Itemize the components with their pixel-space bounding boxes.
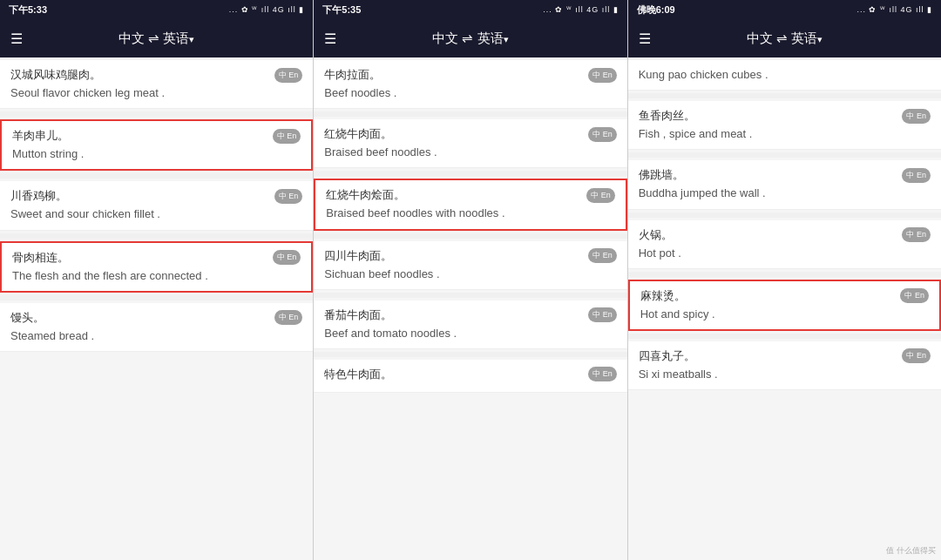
lang-badge: 中 En xyxy=(900,288,929,303)
status-time: 佛晚6:09 xyxy=(637,3,675,17)
lang-badge: 中 En xyxy=(273,129,301,144)
translation-item[interactable]: 羊肉串儿。 中 En Mutton string . xyxy=(0,119,313,171)
item-header: 四川牛肉面。 中 En xyxy=(324,248,616,264)
chinese-text: 羊肉串儿。 xyxy=(12,128,69,144)
english-text: Steamed bread . xyxy=(10,328,302,344)
item-header: 红烧牛肉烩面。 中 En xyxy=(326,187,614,203)
chinese-text: 麻辣烫。 xyxy=(640,288,686,304)
chinese-text: 牛肉拉面。 xyxy=(324,67,381,83)
translation-item[interactable]: 鱼香肉丝。 中 En Fish , spice and meat . xyxy=(628,101,941,150)
lang-badge: 中 En xyxy=(588,367,617,381)
english-text: Mutton string . xyxy=(12,146,301,162)
translation-item[interactable]: 川香鸡柳。 中 En Sweet and sour chicken fillet… xyxy=(0,181,313,230)
item-divider xyxy=(628,213,941,218)
app-header: ☰ 中文 ⇌ 英语▾ xyxy=(628,19,941,57)
translation-list: Kung pao chicken cubes . 鱼香肉丝。 中 En Fish… xyxy=(628,57,941,560)
translation-item[interactable]: 火锅。 中 En Hot pot . xyxy=(628,220,941,269)
phone-panel-1: 下午5:33 ... ✿ ᵂ ıll 4G ıll ▮ ☰ 中文 ⇌ 英语▾ 汉… xyxy=(0,0,314,560)
chinese-text: 红烧牛肉烩面。 xyxy=(326,187,405,203)
status-icons: ... ✿ ᵂ ıll 4G ıll ▮ xyxy=(543,5,619,14)
chinese-text: 汉城风味鸡腿肉。 xyxy=(10,67,101,83)
item-header: 特色牛肉面。 中 En xyxy=(324,367,616,382)
item-divider xyxy=(0,295,313,300)
english-text: The flesh and the flesh are connected . xyxy=(12,268,301,284)
header-title: 中文 ⇌ 英语▾ xyxy=(747,30,823,47)
translation-item[interactable]: 佛跳墙。 中 En Buddha jumped the wall . xyxy=(628,160,941,209)
header-title: 中文 ⇌ 英语▾ xyxy=(432,30,508,47)
translation-item[interactable]: Kung pao chicken cubes . xyxy=(628,60,941,91)
translation-item[interactable]: 番茄牛肉面。 中 En Beef and tomato noodles . xyxy=(314,300,626,349)
lang-badge: 中 En xyxy=(902,109,931,124)
english-text: Braised beef noodles . xyxy=(324,145,616,160)
item-header: 川香鸡柳。 中 En xyxy=(10,188,302,204)
lang-badge: 中 En xyxy=(586,188,615,203)
english-text: Buddha jumped the wall . xyxy=(639,186,931,201)
english-text: Kung pao chicken cubes . xyxy=(639,67,931,83)
english-text: Beef and tomato noodles . xyxy=(324,326,616,341)
english-text: Seoul flavor chicken leg meat . xyxy=(10,85,302,101)
hamburger-menu-icon[interactable]: ☰ xyxy=(639,30,651,47)
chinese-text: 番茄牛肉面。 xyxy=(324,307,392,323)
watermark: 值 什么值得买 xyxy=(886,545,936,557)
translation-item[interactable]: 牛肉拉面。 中 En Beef noodles . xyxy=(314,60,626,109)
item-header: 汉城风味鸡腿肉。 中 En xyxy=(10,67,302,83)
item-header: 番茄牛肉面。 中 En xyxy=(324,307,616,323)
english-text: Sweet and sour chicken fillet . xyxy=(10,206,302,222)
lang-badge: 中 En xyxy=(274,310,303,325)
lang-badge: 中 En xyxy=(588,307,617,322)
status-time: 下午5:35 xyxy=(322,3,361,17)
translation-item[interactable]: 馒头。 中 En Steamed bread . xyxy=(0,303,313,352)
item-header: 火锅。 中 En xyxy=(639,227,931,243)
status-icons: ... ✿ ᵂ ıll 4G ıll ▮ xyxy=(856,5,932,14)
item-divider xyxy=(628,272,941,277)
item-divider xyxy=(628,93,941,98)
phone-panel-2: 下午5:35 ... ✿ ᵂ ıll 4G ıll ▮ ☰ 中文 ⇌ 英语▾ 牛… xyxy=(314,0,627,560)
status-time: 下午5:33 xyxy=(9,3,47,17)
status-bar: 下午5:33 ... ✿ ᵂ ıll 4G ıll ▮ xyxy=(0,0,313,19)
translation-item[interactable]: 红烧牛肉烩面。 中 En Braised beef noodles with n… xyxy=(314,179,626,230)
item-divider xyxy=(314,352,626,357)
translation-item[interactable]: 四川牛肉面。 中 En Sichuan beef noodles . xyxy=(314,241,626,290)
translation-list: 牛肉拉面。 中 En Beef noodles . 红烧牛肉面。 中 En Br… xyxy=(314,57,626,560)
item-header: 四喜丸子。 中 En xyxy=(639,348,931,364)
chinese-text: 鱼香肉丝。 xyxy=(639,108,695,124)
hamburger-menu-icon[interactable]: ☰ xyxy=(10,30,23,47)
item-header: 佛跳墙。 中 En xyxy=(639,167,931,183)
item-header: 红烧牛肉面。 中 En xyxy=(324,126,616,142)
hamburger-menu-icon[interactable]: ☰ xyxy=(324,30,336,47)
english-text: Braised beef noodles with noodles . xyxy=(326,206,614,221)
chinese-text: 川香鸡柳。 xyxy=(10,188,67,204)
item-divider xyxy=(0,233,313,239)
english-text: Hot and spicy . xyxy=(640,307,929,322)
english-text: Sichuan beef noodles . xyxy=(324,267,616,282)
translation-item[interactable]: 特色牛肉面。 中 En xyxy=(314,360,626,393)
lang-badge: 中 En xyxy=(588,248,617,263)
status-bar: 下午5:35 ... ✿ ᵂ ıll 4G ıll ▮ xyxy=(314,0,626,19)
lang-badge: 中 En xyxy=(902,168,931,183)
item-header: 羊肉串儿。 中 En xyxy=(12,128,301,144)
item-header: 麻辣烫。 中 En xyxy=(640,288,929,304)
chinese-text: 馒头。 xyxy=(10,310,44,326)
english-text: Beef noodles . xyxy=(324,85,616,101)
english-text: Si xi meatballs . xyxy=(639,367,931,382)
item-divider xyxy=(314,111,626,117)
item-divider xyxy=(0,173,313,179)
chinese-text: 特色牛肉面。 xyxy=(324,367,392,382)
item-header: 骨肉相连。 中 En xyxy=(12,250,301,266)
chinese-text: 佛跳墙。 xyxy=(639,167,684,183)
status-icons: ... ✿ ᵂ ıll 4G ıll ▮ xyxy=(229,5,305,14)
app-header: ☰ 中文 ⇌ 英语▾ xyxy=(0,19,313,57)
translation-item[interactable]: 骨肉相连。 中 En The flesh and the flesh are c… xyxy=(0,241,313,293)
translation-item[interactable]: 红烧牛肉面。 中 En Braised beef noodles . xyxy=(314,119,626,168)
lang-badge: 中 En xyxy=(274,68,303,83)
status-bar: 佛晚6:09 ... ✿ ᵂ ıll 4G ıll ▮ xyxy=(628,0,941,19)
header-title: 中文 ⇌ 英语▾ xyxy=(118,30,194,47)
lang-badge: 中 En xyxy=(588,68,617,83)
chinese-text: 火锅。 xyxy=(639,227,673,243)
item-divider xyxy=(314,293,626,298)
lang-badge: 中 En xyxy=(588,127,617,142)
translation-item[interactable]: 汉城风味鸡腿肉。 中 En Seoul flavor chicken leg m… xyxy=(0,60,313,109)
item-divider xyxy=(314,233,626,239)
translation-item[interactable]: 四喜丸子。 中 En Si xi meatballs . xyxy=(628,341,941,390)
translation-item[interactable]: 麻辣烫。 中 En Hot and spicy . xyxy=(628,280,941,331)
